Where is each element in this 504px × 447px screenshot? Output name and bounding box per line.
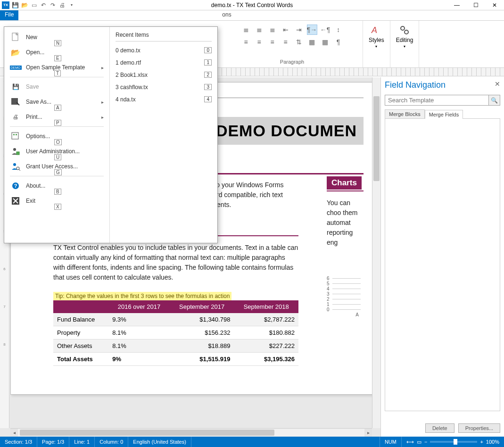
- fit-page-icon[interactable]: ▭: [417, 439, 421, 445]
- status-section[interactable]: Section: 1/3: [0, 437, 37, 447]
- redo-icon[interactable]: ↷: [49, 1, 57, 9]
- table-row: Other Assets 8.1% $18.889 $227.222: [53, 339, 298, 353]
- file-tab[interactable]: File: [0, 10, 18, 20]
- panel-title: Field Navigation: [385, 80, 500, 90]
- status-page[interactable]: Page: 1/3: [37, 437, 69, 447]
- tip-highlight: Tip: Change the values in the first 3 ro…: [53, 292, 231, 300]
- borders-icon[interactable]: ▦: [320, 37, 330, 47]
- horizontal-scrollbar[interactable]: ◂ ▸: [10, 428, 372, 437]
- paragraph-group: ≣ ≡ ≣ ≡ ≣ ≡ ⇤ ≡ ⇥ ⇅ ¶→ ▦ ←¶ ▦ ↕ ¶ Paragr…: [222, 21, 363, 67]
- field-navigation-panel: Field Navigation ✕ 🔍 Merge Blocks Merge …: [380, 77, 504, 437]
- chevron-right-icon: ▸: [101, 65, 104, 70]
- properties-button[interactable]: Properties...: [458, 423, 500, 433]
- vertical-scrollbar[interactable]: [372, 77, 380, 428]
- file-about[interactable]: ? About... B: [6, 178, 107, 193]
- save-icon[interactable]: 💾: [11, 1, 19, 9]
- recent-heading: Recent Items: [116, 32, 212, 41]
- delete-button[interactable]: Delete: [425, 423, 454, 433]
- table-header: September 2017: [170, 300, 234, 313]
- status-bar: Section: 1/3 Page: 1/3 Line: 1 Column: 0…: [0, 437, 504, 447]
- maximize-button[interactable]: ☐: [466, 0, 485, 10]
- tab-merge-fields[interactable]: Merge Fields: [425, 110, 463, 119]
- fields-tree[interactable]: [385, 119, 500, 411]
- scrollbar-thumb[interactable]: [373, 96, 380, 181]
- window-buttons: — ☐ ✕: [447, 0, 504, 10]
- about-icon: ?: [10, 181, 21, 190]
- svg-rect-9: [17, 152, 19, 155]
- new-doc-icon: [10, 33, 21, 42]
- svg-rect-6: [13, 134, 15, 135]
- zoom-slider[interactable]: [430, 441, 477, 443]
- print-icon[interactable]: 🖨: [58, 1, 66, 9]
- shading-icon[interactable]: ▦: [307, 37, 317, 47]
- recent-item[interactable]: 4 nda.tx4: [116, 93, 212, 106]
- status-line[interactable]: Line: 1: [69, 437, 95, 447]
- ribbon-tab-truncated[interactable]: ons: [217, 10, 236, 20]
- align-center-icon[interactable]: ≡: [254, 37, 264, 47]
- zoom-in-button[interactable]: +: [480, 439, 483, 445]
- scroll-right-arrow[interactable]: ▸: [364, 429, 372, 437]
- file-options[interactable]: Options... O: [6, 129, 107, 144]
- increase-indent-icon[interactable]: ⇥: [294, 25, 304, 35]
- scrollbar-thumb[interactable]: [20, 430, 274, 436]
- zoom-out-button[interactable]: −: [424, 439, 427, 445]
- zoom-level[interactable]: 100%: [486, 439, 499, 445]
- svg-point-10: [13, 163, 16, 166]
- recent-item[interactable]: 3 cashflow.tx3: [116, 81, 212, 93]
- save-icon: 💾: [10, 82, 21, 91]
- tab-merge-blocks[interactable]: Merge Blocks: [385, 109, 425, 118]
- recent-item[interactable]: 0 demo.tx0: [116, 44, 212, 57]
- decrease-indent-icon[interactable]: ⇤: [281, 25, 291, 35]
- close-button[interactable]: ✕: [485, 0, 504, 10]
- search-button[interactable]: 🔍: [489, 95, 500, 106]
- file-grant-access[interactable]: Grant User Access... G: [6, 159, 107, 174]
- svg-rect-7: [16, 134, 17, 135]
- show-marks-icon[interactable]: ¶: [333, 37, 344, 47]
- align-right-icon[interactable]: ≡: [267, 37, 278, 47]
- rtl-icon[interactable]: ←¶: [320, 25, 330, 35]
- panel-tabs: Merge Blocks Merge Fields: [385, 109, 500, 119]
- status-language[interactable]: English (United States): [128, 437, 191, 447]
- open-icon[interactable]: 📂: [21, 1, 28, 9]
- recent-item[interactable]: 2 Book1.xlsx2: [116, 69, 212, 81]
- svg-text:A: A: [371, 25, 377, 35]
- charts-body: You can choo them automat reporting eng: [327, 198, 364, 248]
- file-new[interactable]: New N: [6, 30, 107, 45]
- file-open[interactable]: 📂 Open... E: [6, 45, 107, 60]
- file-user-admin[interactable]: User Administration... U: [6, 144, 107, 159]
- line-spacing-icon[interactable]: ⇅: [294, 37, 304, 47]
- ltr-icon[interactable]: ¶→: [307, 25, 317, 35]
- multilevel-list-icon[interactable]: ≣: [267, 25, 278, 35]
- recent-item[interactable]: 1 demo.rtf1: [116, 57, 212, 69]
- file-save[interactable]: 💾 Save: [6, 79, 107, 94]
- qat-dropdown-icon[interactable]: ▾: [68, 1, 75, 9]
- sort-icon[interactable]: ↕: [333, 25, 344, 35]
- scroll-left-arrow[interactable]: ◂: [10, 429, 18, 437]
- minimize-button[interactable]: —: [447, 0, 466, 10]
- status-column[interactable]: Column: 0: [95, 437, 128, 447]
- file-save-as[interactable]: Save As... ▸ A: [6, 94, 107, 109]
- bullet-list-icon[interactable]: ≣: [241, 25, 251, 35]
- print-icon: 🖨: [10, 112, 21, 122]
- file-open-sample[interactable]: DEMO Open Sample Template ▸ T: [6, 60, 107, 75]
- open-folder-icon: 📂: [10, 48, 21, 57]
- file-exit[interactable]: Exit X: [6, 193, 107, 208]
- svg-point-8: [13, 148, 16, 151]
- file-print[interactable]: 🖨 Print... ▸ P: [6, 109, 107, 124]
- user-admin-icon: [10, 147, 21, 156]
- quick-access-toolbar: TX 💾 📂 ▭ ↶ ↷ 🖨 ▾: [0, 1, 77, 9]
- close-icon[interactable]: ✕: [495, 80, 500, 88]
- section-heading-charts: Charts: [327, 176, 362, 190]
- table-header: [53, 300, 108, 313]
- align-justify-icon[interactable]: ≡: [281, 37, 291, 47]
- undo-icon[interactable]: ↶: [40, 1, 47, 9]
- editing-button[interactable]: Editing ▾: [394, 23, 415, 50]
- file-menu-items: New N 📂 Open... E DEMO Open Sample Templ…: [4, 27, 110, 243]
- number-list-icon[interactable]: ≣: [254, 25, 264, 35]
- search-input[interactable]: [385, 95, 489, 106]
- styles-button[interactable]: A Styles ▾: [367, 23, 386, 50]
- file-menu-dropdown: New N 📂 Open... E DEMO Open Sample Templ…: [4, 26, 218, 243]
- new-icon[interactable]: ▭: [30, 1, 38, 9]
- fit-width-icon[interactable]: ⟷: [406, 439, 414, 445]
- align-left-icon[interactable]: ≡: [241, 37, 251, 47]
